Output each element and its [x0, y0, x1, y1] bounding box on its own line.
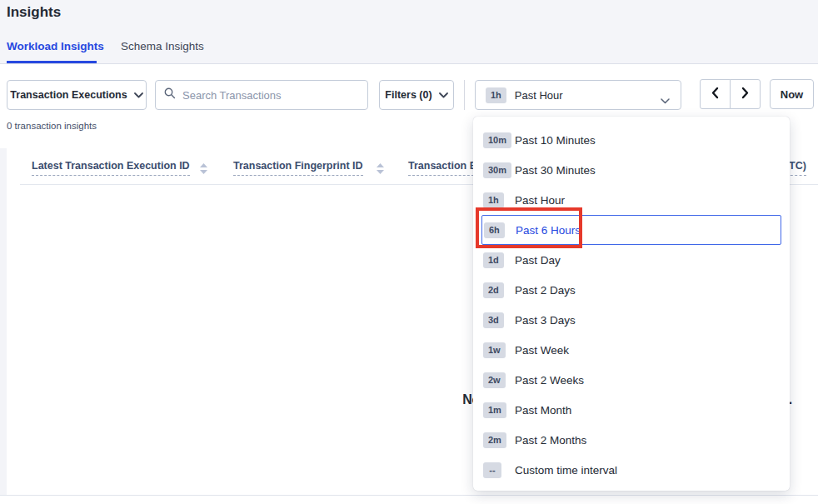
sort-icon[interactable] — [377, 162, 384, 177]
time-option-badge: 1m — [483, 402, 506, 418]
left-gutter — [0, 148, 7, 495]
time-option-past-2-days[interactable]: 2d Past 2 Days — [473, 275, 790, 305]
time-range-badge: 1h — [486, 87, 506, 103]
time-option-label: Past 30 Minutes — [515, 164, 596, 177]
time-option-past-30-minutes[interactable]: 30m Past 30 Minutes — [473, 155, 790, 185]
time-option-badge: 2w — [483, 372, 506, 388]
now-button[interactable]: Now — [770, 79, 814, 109]
time-option-past-hour[interactable]: 1h Past Hour — [473, 185, 790, 215]
table-bottom-border — [0, 495, 818, 496]
page-title: Insights — [7, 4, 61, 21]
time-option-past-10-minutes[interactable]: 10m Past 10 Minutes — [473, 125, 790, 155]
time-option-label: Past 10 Minutes — [515, 134, 596, 147]
time-nav-group — [700, 79, 761, 109]
active-tab-underline — [7, 61, 97, 63]
insights-count: 0 transaction insights — [7, 121, 97, 131]
filters-button[interactable]: Filters (0) — [379, 80, 454, 110]
time-option-badge: 3d — [483, 312, 504, 328]
tab-schema-insights[interactable]: Schema Insights — [121, 40, 204, 52]
time-option-past-2-months[interactable]: 2m Past 2 Months — [473, 425, 790, 455]
time-option-badge: 6h — [484, 222, 505, 238]
type-selector-button[interactable]: Transaction Executions — [7, 80, 147, 110]
search-input[interactable] — [182, 89, 359, 102]
time-option-label: Past Month — [515, 404, 571, 417]
time-option-badge: -- — [483, 462, 501, 478]
time-option-badge: 1d — [483, 252, 504, 268]
sort-icon[interactable] — [200, 162, 207, 177]
filters-label: Filters (0) — [385, 89, 431, 101]
time-range-dropdown: 10m Past 10 Minutes 30m Past 30 Minutes … — [473, 117, 790, 491]
time-option-label: Past 2 Months — [515, 434, 586, 447]
next-interval-button[interactable] — [730, 79, 761, 109]
time-option-past-2-weeks[interactable]: 2w Past 2 Weeks — [473, 365, 790, 395]
time-option-badge: 10m — [483, 132, 511, 148]
time-option-badge: 2d — [483, 282, 504, 298]
chevron-right-icon — [741, 87, 750, 102]
time-option-label: Past 2 Weeks — [515, 374, 584, 387]
time-option-label: Past Week — [515, 344, 569, 357]
time-option-past-month[interactable]: 1m Past Month — [473, 395, 790, 425]
column-header-transaction-execution[interactable]: Transaction Ex — [408, 160, 482, 176]
chevron-left-icon — [711, 87, 720, 102]
tab-workload-insights[interactable]: Workload Insights — [7, 40, 104, 52]
time-range-trigger[interactable]: 1h Past Hour — [475, 80, 681, 110]
time-option-label: Past Hour — [515, 194, 565, 207]
time-option-past-week[interactable]: 1w Past Week — [473, 335, 790, 365]
time-option-custom-time-interval[interactable]: -- Custom time interval — [473, 455, 790, 485]
time-option-badge: 1h — [483, 192, 504, 208]
time-option-badge: 30m — [483, 162, 511, 178]
time-option-past-6-hours[interactable]: 6h Past 6 Hours — [481, 215, 781, 245]
time-option-label: Past 6 Hours — [516, 224, 581, 237]
previous-interval-button[interactable] — [700, 79, 731, 109]
chevron-down-icon — [134, 92, 143, 98]
time-option-label: Past 2 Days — [515, 284, 576, 297]
type-selector-label: Transaction Executions — [10, 89, 127, 101]
column-header-latest-transaction-execution-id[interactable]: Latest Transaction Execution ID — [32, 160, 190, 176]
search-box[interactable] — [155, 80, 368, 110]
page-header: Insights Workload Insights Schema Insigh… — [0, 0, 818, 64]
chevron-down-icon — [661, 92, 670, 107]
chevron-down-icon — [439, 92, 448, 98]
time-option-label: Custom time interval — [515, 464, 617, 477]
time-range-label: Past Hour — [515, 89, 563, 102]
column-header-transaction-fingerprint-id[interactable]: Transaction Fingerprint ID — [233, 160, 363, 176]
time-option-past-3-days[interactable]: 3d Past 3 Days — [473, 305, 790, 335]
time-option-label: Past 3 Days — [515, 314, 576, 327]
search-icon — [164, 87, 176, 102]
time-option-badge: 1w — [483, 342, 506, 358]
toolbar-divider — [464, 80, 465, 110]
time-option-label: Past Day — [515, 254, 561, 267]
time-option-badge: 2m — [483, 432, 506, 448]
time-option-past-day[interactable]: 1d Past Day — [473, 245, 790, 275]
